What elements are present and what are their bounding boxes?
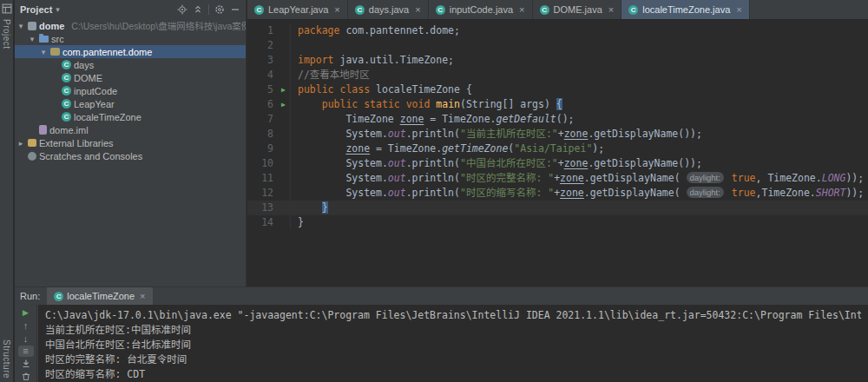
chevron-right-icon[interactable]: ▸ [16, 139, 25, 148]
code-token: System. [298, 187, 388, 199]
close-tab-icon[interactable]: × [736, 4, 741, 15]
code-token: .getDisplayName()); [588, 157, 702, 169]
code-token: zone [400, 113, 424, 125]
code-token: out [388, 157, 406, 169]
project-panel-header: Project ▾ [15, 0, 246, 19]
editor-tab-dome-java[interactable]: CDOME.java× [533, 0, 622, 19]
run-console[interactable]: C:\Java\jdk-17.0.1\bin\java.exe "-javaag… [38, 305, 868, 382]
code-token: //查看本地时区 [298, 69, 370, 81]
tab-label: days.java [369, 4, 409, 15]
code-token: static [364, 98, 400, 110]
rerun-button[interactable]: ▶ [18, 307, 34, 319]
locate-file-icon[interactable] [177, 4, 187, 15]
code-text[interactable]: zone = TimeZone.getTimeZone("Asia/Taipei… [291, 142, 868, 156]
tree-item-com-pantennet-dome[interactable]: ▾com.pantennet.dome [15, 45, 246, 58]
tree-item-label: DOME [74, 73, 102, 83]
gutter-spacer [277, 112, 291, 127]
project-panel: Project ▾ ▾domeC:\Users\hu\Desktop\盘瑞网络科… [15, 0, 247, 286]
code-text[interactable]: } [291, 201, 868, 215]
code-text[interactable]: TimeZone zone = TimeZone.getDefault(); [291, 112, 868, 127]
close-tab-icon[interactable]: × [415, 4, 420, 15]
code-text[interactable]: public class localeTimeZone { [291, 82, 868, 97]
code-token: SHORT [816, 187, 846, 199]
code-text[interactable]: } [291, 215, 868, 230]
code-line: 12 System.out.println("时区的缩写名称: "+zone.g… [247, 186, 868, 201]
code-editor[interactable]: 1package com.pantennet.dome;23import jav… [247, 20, 868, 230]
code-token: "时区的缩写名称: " [460, 187, 554, 199]
code-token: out [388, 128, 406, 140]
run-panel-header: Run: C localeTimeZone × [15, 287, 868, 305]
code-text[interactable]: System.out.println("时区的完整名称: "+zone.getD… [291, 171, 868, 186]
up-stack-icon[interactable]: ↑ [18, 320, 34, 332]
code-text[interactable]: package com.pantennet.dome; [291, 23, 868, 38]
code-token: } [322, 201, 328, 214]
chevron-down-icon[interactable]: ▾ [39, 48, 48, 56]
code-token: + [558, 157, 564, 169]
java-class-icon: C [540, 5, 549, 15]
editor-tab-inputcode-java[interactable]: CinputCode.java× [429, 0, 533, 19]
run-line-icon[interactable]: ▶ [277, 82, 291, 97]
code-line: 11 System.out.println("时区的完整名称: "+zone.g… [247, 171, 868, 186]
scroll-to-end-icon[interactable] [18, 359, 34, 370]
close-tab-icon[interactable]: × [608, 4, 614, 15]
code-line: 3import java.util.TimeZone; [247, 53, 868, 68]
code-text[interactable]: System.out.println("中国台北所在时区:"+zone.getD… [291, 156, 868, 171]
code-text[interactable] [291, 38, 868, 53]
run-panel-label: Run: [20, 291, 40, 301]
code-text[interactable]: //查看本地时区 [291, 68, 868, 82]
hide-panel-icon[interactable] [230, 4, 240, 15]
run-line-icon[interactable]: ▶ [277, 97, 291, 112]
chevron-down-icon[interactable]: ▾ [56, 5, 60, 14]
run-tab[interactable]: C localeTimeZone × [47, 287, 152, 305]
tree-item-external-libraries[interactable]: ▸External Libraries [15, 136, 246, 149]
tree-item-inputcode[interactable]: CinputCode [15, 84, 246, 97]
line-number: 9 [247, 142, 277, 156]
tree-item-scratches-and-consoles[interactable]: Scratches and Consoles [15, 149, 246, 162]
code-token: )); [845, 187, 864, 199]
tree-item-days[interactable]: Cdays [15, 58, 246, 71]
tool-window-button-structure[interactable]: Structure [2, 339, 11, 379]
chevron-down-icon[interactable]: ▾ [28, 35, 36, 43]
editor-tab-days-java[interactable]: Cdays.java× [348, 0, 429, 19]
editor-tab-localetimezone-java[interactable]: ClocaleTimeZone.java× [621, 0, 750, 19]
tab-label: inputCode.java [450, 4, 513, 15]
tree-item-label: days [74, 60, 94, 70]
tree-item-label: src [51, 34, 64, 44]
line-number: 14 [247, 215, 277, 230]
tree-item-dome[interactable]: CDOME [15, 71, 246, 84]
down-stack-icon[interactable]: ↓ [18, 333, 34, 344]
code-text[interactable]: System.out.println("当前主机所在时区:"+zone.getD… [291, 127, 868, 142]
code-token [298, 201, 322, 214]
code-token: )); [845, 172, 864, 184]
soft-wrap-icon[interactable]: ≡ [18, 346, 34, 357]
collapse-all-icon[interactable] [193, 4, 203, 15]
tree-item-dome[interactable]: ▾domeC:\Users\hu\Desktop\盘瑞网络科技\java案例\d… [15, 19, 246, 32]
tree-item-dome-iml[interactable]: dome.iml [15, 123, 246, 136]
project-view-selector[interactable]: Project [20, 4, 52, 15]
code-text[interactable]: System.out.println("时区的缩写名称: "+zone.getD… [291, 186, 868, 201]
tree-item-src[interactable]: ▾src [15, 32, 246, 45]
close-tab-icon[interactable]: × [140, 291, 145, 301]
tree-item-leapyear[interactable]: CLeapYear [15, 97, 246, 110]
clear-console-icon[interactable] [18, 371, 34, 382]
gear-icon[interactable] [214, 4, 225, 15]
project-tool-window-icon[interactable] [2, 3, 12, 14]
editor-tab-bar: CLeapYear.java×Cdays.java×CinputCode.jav… [247, 0, 868, 20]
chevron-down-icon[interactable]: ▾ [16, 22, 25, 30]
code-text[interactable]: public static void main(String[] args) { [291, 97, 868, 112]
tree-item-localetimezone[interactable]: ClocaleTimeZone [15, 110, 246, 123]
tree-item-label: inputCode [74, 86, 117, 96]
tab-label: LeapYear.java [268, 4, 328, 15]
tool-window-bar-bottom: Structure [2, 339, 11, 379]
code-token: "中国台北所在时区:" [460, 157, 558, 169]
close-tab-icon[interactable]: × [334, 4, 339, 15]
tool-window-button-project[interactable]: Project [2, 19, 11, 49]
code-line: 1package com.pantennet.dome; [247, 23, 868, 38]
code-line: 10 System.out.println("中国台北所在时区:"+zone.g… [247, 156, 868, 171]
code-text[interactable]: import java.util.TimeZone; [291, 53, 868, 68]
close-tab-icon[interactable]: × [519, 4, 524, 15]
line-number: 5 [247, 82, 277, 97]
gutter-spacer [277, 53, 291, 68]
editor-tab-leapyear-java[interactable]: CLeapYear.java× [247, 0, 348, 19]
code-line: 7 TimeZone zone = TimeZone.getDefault(); [247, 112, 868, 127]
